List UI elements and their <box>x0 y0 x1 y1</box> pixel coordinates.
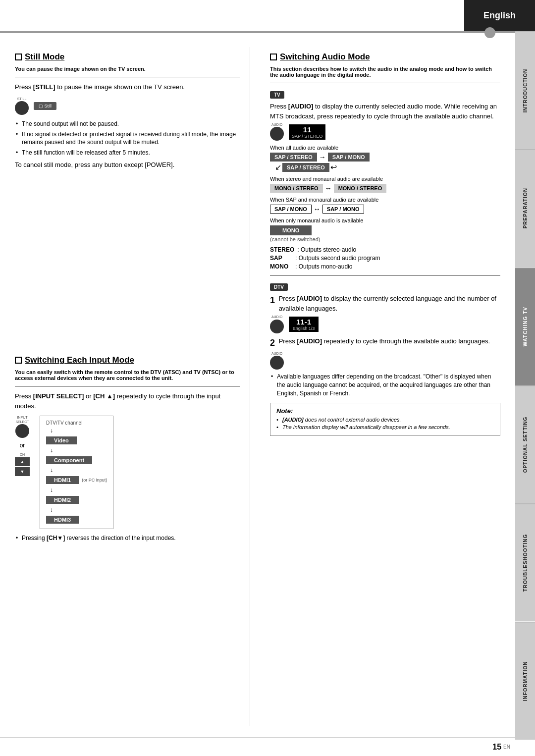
side-tabs: INTRODUCTION PREPARATION WATCHING TV OPT… <box>515 31 535 740</box>
stereo-mono-flow: When stereo and monaural audio are avail… <box>270 176 500 193</box>
double-arrow-2: ↔ <box>314 205 321 213</box>
audio-bullet-1: Available languages differ depending on … <box>270 373 500 397</box>
sap-mono-white-box2: SAP / MONO <box>322 205 364 214</box>
dtv-audio-btn-label: AUDIO <box>271 315 282 319</box>
tab-preparation[interactable]: PREPARATION <box>515 149 535 267</box>
audio-btn-label: AUDIO <box>271 123 282 127</box>
flow-arrow-2: ↓ <box>50 467 53 474</box>
dtv-step1: 1 Press [AUDIO] to display the currently… <box>270 294 500 313</box>
input-mode-section: Switching Each Input Mode You can easily… <box>15 350 250 726</box>
arrow-right: → <box>319 153 326 161</box>
dtv-audio-display-box: 11-1 English 1/3 <box>289 317 319 332</box>
audio-display-box: 11 SAP / STEREO <box>289 124 325 140</box>
input-flow-diagram: DTV/TV channel ↓ Video ↓ Component ↓ HDM… <box>40 416 113 529</box>
dtv-audio-btn-group2: AUDIO <box>270 352 500 370</box>
note-box: Note: [AUDIO] does not control external … <box>270 403 500 436</box>
audio-definitions: STEREO : Outputs stereo-audio SAP : Outp… <box>270 246 500 270</box>
ch-label: CH <box>20 453 25 457</box>
audio-bullets: Available languages differ depending on … <box>270 373 500 397</box>
input-select-label: INPUTSELECT <box>15 416 29 424</box>
dtv-audio-btn-group: AUDIO 11-1 English 1/3 <box>270 315 500 333</box>
audio-divider <box>270 83 500 83</box>
note-title: Note: <box>276 407 494 415</box>
sap-mono-row: SAP / MONO ↔ SAP / MONO <box>270 205 500 214</box>
still-cancel-text: To cancel still mode, press any button e… <box>15 160 240 170</box>
flow-hdmi2: HDMI2 <box>46 496 79 504</box>
ch-down-btn[interactable]: ▼ <box>15 467 30 476</box>
audio-mode-section: Switching Audio Mode This section descri… <box>265 47 500 726</box>
dtv-tv-label: DTV/TV channel <box>46 420 82 426</box>
mono-only-row: MONO <box>270 225 500 235</box>
def-mono: MONO : Outputs mono-audio <box>270 263 500 270</box>
tab-information[interactable]: INFORMATION <box>515 622 535 740</box>
note-item-2: The information display will automatical… <box>276 424 494 430</box>
input-checkbox-icon <box>15 357 22 364</box>
checkbox-icon <box>15 54 22 60</box>
input-diagram: INPUTSELECT or CH ▲ ▼ DTV/TV channel ↓ V… <box>15 416 240 529</box>
note-list: [AUDIO] does not control external audio … <box>276 417 494 430</box>
dtv-divider <box>270 275 500 275</box>
all-audio-flow: When all audio are available SAP / STERE… <box>270 145 500 172</box>
input-select-circle <box>15 424 29 438</box>
input-buttons: INPUTSELECT or CH ▲ ▼ <box>15 416 30 476</box>
def-sap: SAP : Outputs second audio program <box>270 255 500 262</box>
language-label: English <box>483 10 516 21</box>
sap-mono-white-box1: SAP / MONO <box>270 205 312 214</box>
still-body: Press [STILL] to pause the image shown o… <box>15 82 240 92</box>
dtv-step2: 2 Press [AUDIO] repeatedly to cycle thro… <box>270 336 500 350</box>
sap-stereo-row: SAP / STEREO → SAP / MONO <box>270 153 370 162</box>
ch-up-btn[interactable]: ▲ <box>15 457 30 466</box>
cannot-switch-label: (cannot be switched) <box>270 236 500 242</box>
still-mode-section: Still Mode You can pause the image shown… <box>15 47 250 350</box>
tab-optional-setting[interactable]: OPTIONAL SETTING <box>515 385 535 503</box>
def-stereo: STEREO : Outputs stereo-audio <box>270 246 500 253</box>
flow-hdmi3: HDMI3 <box>46 516 79 524</box>
still-btn-circle <box>15 101 29 115</box>
sap-stereo-cycle: SAP / STEREO → SAP / MONO ↙ SAP / STEREO… <box>270 153 500 172</box>
ch-up-down: ▲ ▼ <box>15 457 30 476</box>
audio-btn-circle <box>270 127 284 141</box>
sap-stereo-back-box: SAP / STEREO <box>282 163 329 172</box>
dtv-audio-btn-icon-group: AUDIO <box>270 315 284 333</box>
page-lang: EN <box>503 744 510 750</box>
top-gray-line <box>0 31 515 33</box>
input-mode-title: Switching Each Input Mode <box>15 355 240 365</box>
dtv-audio-btn-icon-group2: AUDIO <box>270 352 284 370</box>
flow-arrow-1: ↓ <box>50 447 53 454</box>
still-bullet-1: The sound output will not be paused. <box>15 120 240 128</box>
tab-introduction[interactable]: INTRODUCTION <box>515 31 535 149</box>
mono-stereo-box1: MONO / STEREO <box>270 184 323 193</box>
curve-back: ↙ SAP / STEREO ↩ <box>275 162 337 172</box>
still-btn-group: STILL <box>15 97 29 115</box>
top-circle <box>484 27 495 38</box>
audio-mode-subtitle: This section describes how to switch the… <box>270 66 500 78</box>
input-select-group: INPUTSELECT <box>15 416 29 438</box>
flow-arrow-0: ↓ <box>50 427 53 434</box>
mono-only-box: MONO <box>270 225 312 235</box>
input-bullet-1: Pressing [CH▼] reverses the direction of… <box>15 534 240 542</box>
or-label: or <box>20 442 25 449</box>
flow-arrow-3: ↓ <box>50 486 53 493</box>
input-mode-subtitle: You can easily switch with the remote co… <box>15 369 240 381</box>
flow-component: Component <box>46 456 92 464</box>
audio-tv-body: Press [AUDIO] to display the currently s… <box>270 102 500 121</box>
audio-mode-title: Switching Audio Mode <box>270 52 500 62</box>
ch-btn-group: CH ▲ ▼ <box>15 453 30 476</box>
tab-troubleshooting[interactable]: TROUBLESHOOTING <box>515 503 535 621</box>
mono-stereo-box2: MONO / STEREO <box>334 184 387 193</box>
sap-monaural-flow: When SAP and monaural audio are availabl… <box>270 197 500 214</box>
note-item-1: [AUDIO] does not control external audio … <box>276 417 494 423</box>
dtv-audio-btn-circle2 <box>270 356 284 370</box>
still-mode-subtitle: You can pause the image shown on the TV … <box>15 66 240 72</box>
input-bullets: Pressing [CH▼] reverses the direction of… <box>15 534 240 542</box>
tab-watching-tv[interactable]: WATCHING TV <box>515 268 535 385</box>
hdmi1-note: (or PC input) <box>82 478 107 483</box>
top-bar: English <box>464 0 535 31</box>
dtv-audio-btn-circle <box>270 320 284 333</box>
sap-mono-box: SAP / MONO <box>328 153 370 162</box>
dtv-audio-btn-label2: AUDIO <box>271 352 282 356</box>
tv-badge: TV <box>270 91 284 99</box>
main-content: Still Mode You can pause the image shown… <box>0 37 515 736</box>
only-mono-flow: When only monaural audio is available MO… <box>270 217 500 242</box>
still-btn-label: STILL <box>17 97 27 101</box>
